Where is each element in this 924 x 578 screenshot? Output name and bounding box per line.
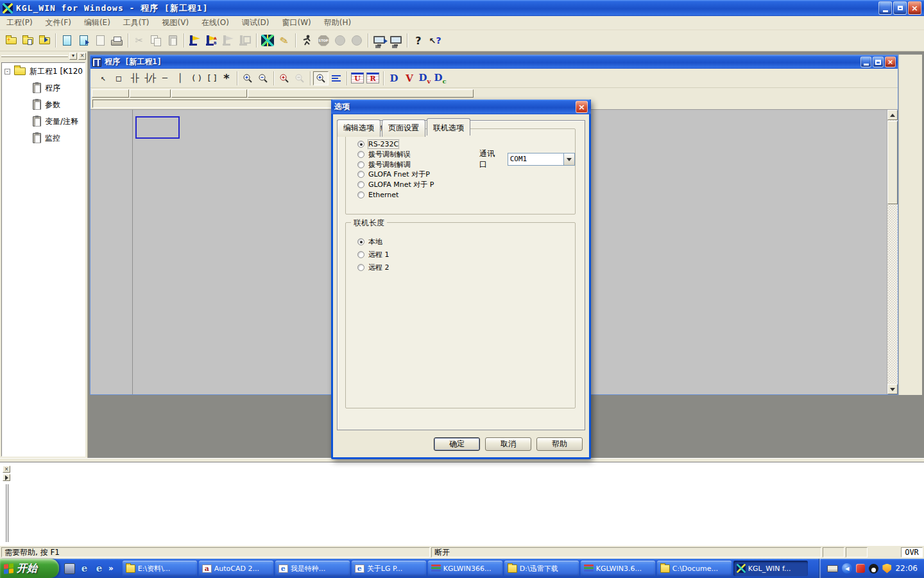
contact-no-tool[interactable]: ┤├ <box>126 71 142 85</box>
print-button[interactable] <box>108 32 125 49</box>
insert-rung-r-button[interactable]: R <box>365 71 381 85</box>
zoom-out-button[interactable] <box>255 71 271 85</box>
monitor-start-button[interactable] <box>259 32 276 49</box>
menu-project[interactable]: 工程(P) <box>0 16 39 30</box>
zoom-in-button[interactable] <box>240 71 255 85</box>
close-button[interactable]: × <box>908 1 921 15</box>
open-file-button[interactable] <box>75 32 92 49</box>
app-icon[interactable] <box>3 3 13 13</box>
security-shield-icon[interactable] <box>882 564 891 574</box>
new-project-button[interactable] <box>3 32 19 49</box>
radio-option-glofa-mnet[interactable]: GLOFA Mnet 对于 P <box>357 180 434 189</box>
menu-tools[interactable]: 工具(T) <box>117 16 156 30</box>
device-comment-view-button[interactable]: Dc <box>432 71 448 85</box>
open-project-button[interactable] <box>19 32 36 49</box>
child-minimize-button[interactable] <box>860 57 871 67</box>
vertical-scrollbar[interactable] <box>887 110 898 394</box>
insert-rung-u-button[interactable]: U <box>350 71 365 85</box>
tab-page-setup[interactable]: 页面设置 <box>382 119 425 137</box>
tree-item-program[interactable]: 程序 <box>2 80 85 96</box>
tray-app-red-icon[interactable] <box>856 564 865 573</box>
task-explorer-e[interactable]: E:\资料\... <box>123 561 197 576</box>
menu-file[interactable]: 文件(F) <box>39 16 78 30</box>
tab-edit-options[interactable]: 编辑选项 <box>337 119 381 137</box>
contact-nc-tool[interactable]: ┤/├ <box>142 71 157 85</box>
keyboard-layout-icon[interactable] <box>827 565 838 572</box>
select-tool[interactable]: ↖ <box>96 71 111 85</box>
ie-icon[interactable]: e <box>79 563 90 574</box>
device-view-button[interactable]: D <box>386 71 402 85</box>
task-autocad[interactable]: a AutoCAD 2... <box>199 561 273 576</box>
task-explorer-d[interactable]: D:\迅雷下载 <box>504 561 579 576</box>
coil-tool[interactable]: ( ) <box>188 71 203 85</box>
menu-debug[interactable]: 调试(D) <box>235 16 276 30</box>
context-help-button[interactable]: ↖? <box>427 32 443 49</box>
output-close-button[interactable]: × <box>3 466 10 473</box>
task-winrar-1[interactable]: KGLWIN366... <box>428 561 502 576</box>
radio-option-remote-2[interactable]: 远程 2 <box>357 263 389 272</box>
radio-option-rs232c[interactable]: RS-232C <box>357 139 398 148</box>
radio-option-dialup-modem-2[interactable]: 拨号调制解调 <box>357 160 411 169</box>
combo-dropdown-button[interactable] <box>563 153 574 165</box>
collapse-icon[interactable]: - <box>4 69 10 74</box>
plc-connect-button[interactable] <box>388 32 404 49</box>
panel-grip[interactable] <box>1 55 68 57</box>
comm-port-select[interactable]: COM1 <box>508 153 575 166</box>
restore-button[interactable] <box>893 1 907 15</box>
zoom-fit-button[interactable] <box>313 71 329 85</box>
task-explorer-c[interactable]: C:\Docume... <box>657 561 732 576</box>
hide-icons-chevron[interactable]: ◀ <box>842 563 852 574</box>
qq-icon[interactable] <box>869 564 878 574</box>
edit-pen-button[interactable]: ✎ <box>276 32 293 49</box>
scroll-up-button[interactable] <box>887 110 898 120</box>
radio-option-local[interactable]: 本地 <box>357 237 382 246</box>
quick-launch-chevron[interactable]: » <box>108 564 114 573</box>
menu-view[interactable]: 视图(V) <box>156 16 196 30</box>
ladder-convert-button[interactable]: AB <box>203 32 220 49</box>
menu-edit[interactable]: 编辑(E) <box>78 16 117 30</box>
tree-item-variables[interactable]: 变量/注释 <box>2 113 85 130</box>
panel-dropdown-button[interactable]: ▾ <box>69 53 77 60</box>
dialog-close-button[interactable]: × <box>576 101 588 113</box>
output-expand-button[interactable] <box>3 474 10 481</box>
browser-icon[interactable]: e <box>94 563 105 574</box>
rectangle-tool[interactable]: □ <box>111 71 126 85</box>
align-rungs-button[interactable] <box>329 71 344 85</box>
menu-online[interactable]: 在线(O) <box>195 16 235 30</box>
tree-item-monitor[interactable]: 监控 <box>2 130 85 146</box>
menu-window[interactable]: 窗口(W) <box>276 16 318 30</box>
radio-option-glofa-fnet[interactable]: GLOFA Fnet 对于P <box>357 170 430 179</box>
radio-option-remote-1[interactable]: 远程 1 <box>357 250 389 259</box>
output-grip[interactable] <box>6 484 9 542</box>
child-close-button[interactable]: × <box>885 57 896 67</box>
help-button[interactable]: 帮助 <box>536 437 583 451</box>
media-player-icon[interactable] <box>64 563 75 574</box>
task-webpage-2[interactable]: e 关于LG P... <box>352 561 426 576</box>
start-button[interactable]: 开始 <box>0 559 59 578</box>
minimize-button[interactable] <box>878 1 892 15</box>
vline-tool[interactable]: │ <box>173 71 188 85</box>
variable-view-button[interactable]: V <box>402 71 417 85</box>
cancel-button[interactable]: 取消 <box>485 437 531 451</box>
radio-option-dialup-modem-1[interactable]: 拨号调制解误 <box>357 150 411 159</box>
function-tool[interactable]: * <box>219 71 234 85</box>
menu-help[interactable]: 帮助(H) <box>318 16 357 30</box>
tree-root-project[interactable]: - 新工程1 [K120 <box>2 63 85 80</box>
task-winrar-2[interactable]: KGLWIN3.6... <box>581 561 655 576</box>
hline-tool[interactable]: ─ <box>157 71 173 85</box>
ladder-insert-button[interactable] <box>187 32 203 49</box>
scroll-down-button[interactable] <box>887 384 898 394</box>
tab-online-options[interactable]: 联机选项 <box>427 118 470 136</box>
task-kglwin-active[interactable]: KGL_WIN f... <box>733 561 808 576</box>
new-file-button[interactable] <box>58 32 75 49</box>
panel-close-button[interactable]: × <box>78 53 86 60</box>
save-project-button[interactable] <box>36 32 53 49</box>
zoom-region-in-button[interactable] <box>277 71 292 85</box>
task-webpage-1[interactable]: e 我是特种... <box>275 561 350 576</box>
run-button[interactable] <box>298 32 315 49</box>
child-maximize-button[interactable] <box>873 57 884 67</box>
download-plc-button[interactable] <box>371 32 388 49</box>
ok-button[interactable]: 确定 <box>434 437 480 451</box>
radio-option-ethernet[interactable]: Ethernet <box>357 190 398 199</box>
output-coil-tool[interactable]: [ ] <box>203 71 219 85</box>
